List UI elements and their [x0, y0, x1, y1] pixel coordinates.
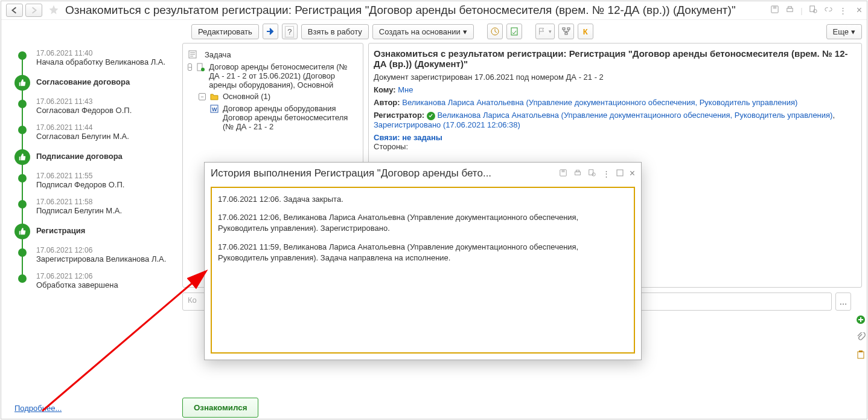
chevron-down-icon: ▾ [463, 27, 467, 36]
chevron-down-icon: ▾ [851, 27, 855, 36]
create-based-button[interactable]: Создать на основании ▾ [372, 24, 474, 39]
svg-rect-10 [565, 33, 567, 34]
svg-rect-3 [788, 7, 792, 8]
chevron-down-icon: ▾ [549, 28, 552, 34]
check-icon [427, 112, 435, 120]
svg-point-13 [201, 68, 205, 71]
back-button[interactable] [6, 4, 23, 17]
svg-rect-2 [787, 8, 793, 12]
svg-rect-8 [563, 28, 565, 30]
expander-icon[interactable]: − [188, 63, 192, 71]
svg-rect-23 [589, 169, 593, 175]
link-icon[interactable] [824, 5, 833, 16]
detail-title: Ознакомиться с результатом регистрации: … [374, 48, 857, 69]
svg-point-24 [592, 173, 595, 176]
save-icon[interactable] [770, 5, 779, 16]
timeline-item: Согласование договора [14, 75, 177, 86]
timeline-item: 17.06.2021 11:43Согласовал Федоров О.П. [14, 97, 177, 115]
thumbs-up-icon [14, 149, 30, 165]
svg-rect-1 [773, 6, 777, 9]
timeline-item: 17.06.2021 12:06Обработка завершена [14, 272, 177, 289]
svg-rect-17 [858, 352, 864, 358]
print-icon[interactable] [785, 5, 794, 16]
folder-icon [209, 92, 219, 102]
thumbs-up-icon [14, 224, 30, 239]
take-button[interactable]: Взять в работу [301, 24, 369, 39]
svg-text:W: W [212, 106, 217, 112]
clock-icon-button[interactable] [487, 24, 503, 39]
divider: | [800, 6, 802, 15]
svg-rect-18 [859, 351, 863, 352]
tree-item-folder[interactable]: − Основной (1) [188, 91, 358, 103]
green-doc-button[interactable] [506, 24, 522, 39]
history-popup: История выполнения Регистрация "Договор … [204, 162, 642, 360]
timeline-item: 17.06.2021 12:06Зарегистрировала Великан… [14, 246, 177, 263]
timeline-item: 17.06.2021 11:44Согласовал Белугин М.А. [14, 123, 177, 141]
comment-expand-button[interactable]: … [835, 292, 851, 311]
document-icon [196, 62, 205, 72]
close-icon[interactable]: × [857, 5, 862, 16]
detail-subtext: Документ зарегистрирован 17.06.2021 под … [374, 73, 857, 82]
timeline-item: 17.06.2021 11:55Подписал Федоров О.П. [14, 172, 177, 189]
search-doc-icon[interactable] [809, 5, 818, 16]
more-dots-icon[interactable]: ⋮ [839, 6, 847, 15]
timeline-item: Подписание договора [14, 149, 177, 161]
reg-status-link[interactable]: Зарегистрировано (17.06.2021 12:06:38) [374, 120, 520, 129]
timeline-item: 17.06.2021 11:40Начала обработку Великан… [14, 49, 177, 66]
maximize-icon[interactable] [616, 169, 624, 178]
k-button[interactable]: К [578, 24, 593, 39]
tree-item-doc[interactable]: − Договор аренды бетоносмесителя (№ ДА -… [188, 61, 358, 91]
acknowledge-button[interactable]: Ознакомился [182, 398, 258, 418]
author-link[interactable]: Великанова Лариса Анатольевна (Управлени… [402, 98, 797, 107]
svg-rect-4 [810, 6, 815, 11]
svg-rect-20 [561, 169, 564, 172]
timeline-item: Регистрация [14, 224, 177, 235]
svg-rect-25 [617, 170, 623, 176]
word-icon: W [209, 104, 219, 114]
forward-button[interactable] [25, 4, 42, 17]
to-link[interactable]: Мне [398, 85, 413, 94]
more-button[interactable]: Еще ▾ [826, 24, 862, 39]
clipboard-icon[interactable] [856, 350, 866, 361]
search-doc-icon[interactable] [588, 169, 596, 179]
save-icon[interactable] [559, 169, 567, 179]
close-icon[interactable]: × [630, 168, 635, 179]
expander-icon[interactable]: − [199, 93, 206, 100]
popup-body: 17.06.2021 12:06. Задача закрыта. 17.06.… [211, 187, 635, 354]
more-dots-icon[interactable]: ⋮ [602, 169, 610, 178]
forward-task-button[interactable] [263, 24, 278, 39]
hierarchy-button[interactable] [558, 24, 574, 39]
registrar-link[interactable]: Великанова Лариса Анатольевна (Управлени… [437, 111, 832, 120]
svg-rect-9 [567, 28, 570, 30]
svg-rect-7 [511, 28, 517, 35]
flag-button[interactable]: ▾ [535, 24, 555, 39]
edit-button[interactable]: Редактировать [191, 24, 259, 39]
svg-point-5 [813, 10, 817, 13]
tree-item-file[interactable]: W Договор аренды оборудования Договор ар… [188, 103, 358, 132]
help-button[interactable]: ? [282, 24, 298, 39]
popup-title: История выполнения Регистрация "Договор … [211, 167, 554, 179]
svg-rect-22 [576, 170, 579, 172]
add-icon[interactable] [856, 315, 866, 326]
links-link[interactable]: Связи: не заданы [374, 133, 442, 142]
page-title: Ознакомиться с результатом регистрации: … [65, 4, 768, 17]
more-link[interactable]: Подробнее... [14, 404, 62, 413]
timeline-item: 17.06.2021 11:58Подписал Белугин М.А. [14, 198, 177, 215]
tree-item-task[interactable]: Задача [188, 48, 358, 61]
svg-rect-21 [575, 172, 580, 175]
attach-icon[interactable] [856, 332, 866, 344]
print-icon[interactable] [573, 169, 582, 179]
thumbs-up-icon [14, 75, 30, 91]
task-icon [188, 50, 197, 59]
star-icon[interactable] [48, 4, 59, 17]
